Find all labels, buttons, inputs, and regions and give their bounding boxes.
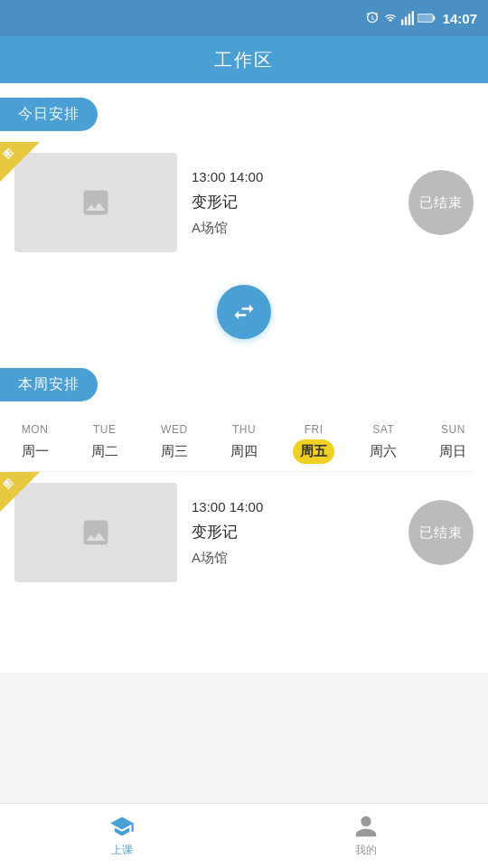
week-day-col-5[interactable]: SAT周六 bbox=[349, 420, 418, 467]
today-card[interactable]: 图 13:00 14:00 变形记 A场馆 已结束 bbox=[0, 142, 488, 263]
week-day-zh-2: 周三 bbox=[154, 439, 195, 464]
signal-icon bbox=[401, 11, 414, 25]
mine-icon bbox=[353, 814, 379, 839]
today-card-badge-text: 图 bbox=[1, 146, 16, 162]
week-card-venue: A场馆 bbox=[192, 550, 394, 567]
svg-rect-2 bbox=[408, 14, 409, 24]
week-days-row: MON周一TUE周二WED周三THU周四FRI周五SAT周六SUN周日 bbox=[0, 420, 488, 467]
today-badge-container: 今日安排 bbox=[0, 83, 488, 142]
week-card-info: 13:00 14:00 变形记 A场馆 bbox=[177, 499, 408, 567]
week-section: 本周安排 MON周一TUE周二WED周三THU周四FRI周五SAT周六SUN周日… bbox=[0, 354, 488, 593]
week-day-col-6[interactable]: SUN周日 bbox=[418, 420, 488, 467]
week-card-badge-text: 图 bbox=[1, 476, 16, 492]
week-badge-container: 本周安排 bbox=[0, 354, 488, 412]
week-day-zh-4: 周五 bbox=[293, 439, 334, 464]
today-section: 今日安排 图 13:00 14:00 变形记 A场馆 已结束 bbox=[0, 83, 488, 263]
alarm-icon bbox=[365, 11, 380, 25]
mine-svg-icon bbox=[353, 814, 379, 839]
page-title: 工作区 bbox=[214, 48, 274, 72]
nav-item-class[interactable]: 上课 bbox=[0, 814, 244, 858]
week-day-en-5: SAT bbox=[372, 423, 394, 436]
today-card-status-text: 已结束 bbox=[419, 194, 463, 212]
swap-icon bbox=[231, 299, 257, 325]
image-placeholder-icon bbox=[80, 186, 112, 219]
class-svg-icon bbox=[109, 814, 135, 839]
swap-button[interactable] bbox=[217, 285, 271, 339]
nav-item-mine[interactable]: 我的 bbox=[244, 814, 488, 858]
nav-mine-label: 我的 bbox=[355, 843, 377, 858]
class-icon bbox=[109, 814, 135, 839]
today-card-venue: A场馆 bbox=[192, 220, 394, 237]
battery-icon bbox=[418, 11, 436, 25]
today-card-badge: 图 bbox=[0, 142, 40, 182]
today-card-title: 变形记 bbox=[192, 192, 394, 212]
svg-rect-5 bbox=[433, 16, 435, 20]
week-day-en-4: FRI bbox=[305, 423, 324, 436]
week-day-zh-5: 周六 bbox=[362, 439, 404, 464]
week-day-zh-3: 周四 bbox=[223, 439, 265, 464]
week-day-col-0[interactable]: MON周一 bbox=[0, 420, 70, 467]
main-content: 今日安排 图 13:00 14:00 变形记 A场馆 已结束 bbox=[0, 83, 488, 673]
svg-rect-1 bbox=[405, 16, 407, 24]
today-card-time: 13:00 14:00 bbox=[192, 169, 394, 184]
week-day-en-3: THU bbox=[232, 423, 256, 436]
week-card-badge: 图 bbox=[0, 472, 40, 512]
svg-rect-0 bbox=[401, 20, 403, 25]
nav-class-label: 上课 bbox=[111, 843, 133, 858]
week-day-col-3[interactable]: THU周四 bbox=[209, 420, 278, 467]
status-bar: 14:07 bbox=[0, 0, 488, 36]
swap-button-container bbox=[0, 270, 488, 354]
week-day-en-2: WED bbox=[161, 423, 188, 436]
week-card[interactable]: 图 13:00 14:00 变形记 A场馆 已结束 bbox=[0, 472, 488, 593]
week-image-placeholder-icon bbox=[80, 516, 112, 549]
svg-rect-3 bbox=[411, 11, 413, 25]
time-display: 14:07 bbox=[443, 11, 477, 26]
week-day-en-6: SUN bbox=[441, 423, 465, 436]
week-card-status: 已结束 bbox=[408, 500, 474, 565]
week-day-en-0: MON bbox=[22, 423, 49, 436]
week-calendar: MON周一TUE周二WED周三THU周四FRI周五SAT周六SUN周日 bbox=[0, 412, 488, 471]
wifi-icon bbox=[383, 11, 398, 25]
week-badge: 本周安排 bbox=[0, 368, 98, 401]
week-day-col-1[interactable]: TUE周二 bbox=[70, 420, 139, 467]
status-icons: 14:07 bbox=[365, 11, 477, 26]
week-day-zh-0: 周一 bbox=[14, 439, 56, 464]
week-day-col-2[interactable]: WED周三 bbox=[139, 420, 209, 467]
week-day-col-4[interactable]: FRI周五 bbox=[279, 420, 349, 467]
week-day-zh-6: 周日 bbox=[432, 439, 474, 464]
today-card-status: 已结束 bbox=[408, 170, 474, 235]
week-day-en-1: TUE bbox=[93, 423, 117, 436]
week-card-status-text: 已结束 bbox=[419, 524, 463, 542]
week-card-title: 变形记 bbox=[192, 522, 394, 542]
bottom-nav: 上课 我的 bbox=[0, 803, 488, 868]
today-badge: 今日安排 bbox=[0, 98, 98, 131]
app-header: 工作区 bbox=[0, 36, 488, 83]
svg-rect-6 bbox=[418, 14, 432, 21]
week-day-zh-1: 周二 bbox=[84, 439, 126, 464]
week-card-time: 13:00 14:00 bbox=[192, 499, 394, 514]
today-card-info: 13:00 14:00 变形记 A场馆 bbox=[177, 169, 408, 237]
